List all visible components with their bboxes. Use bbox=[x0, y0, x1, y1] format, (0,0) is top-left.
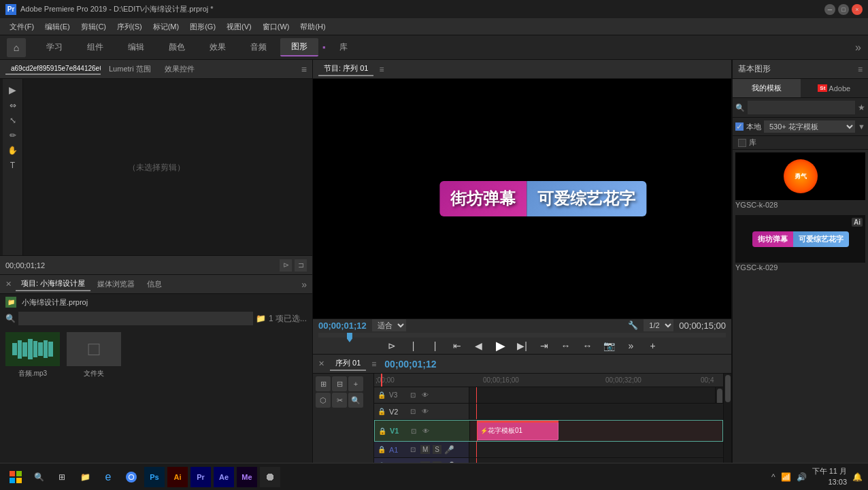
track-a1-mic[interactable]: 🎤 bbox=[444, 445, 454, 455]
tl-tool-razor[interactable]: ✂ bbox=[332, 393, 347, 408]
track-a1-toggle[interactable]: ⊡ bbox=[408, 445, 418, 455]
library-checkbox[interactable] bbox=[738, 139, 746, 147]
adobe-tab[interactable]: St Adobe bbox=[801, 79, 869, 97]
tl-tool-snap[interactable]: ⊞ bbox=[316, 376, 331, 391]
menu-marker[interactable]: 标记(M) bbox=[148, 20, 185, 33]
tool-resize[interactable]: ⤡ bbox=[10, 116, 16, 125]
new-bin-icon[interactable]: 📁 bbox=[256, 314, 266, 323]
notification-icon[interactable]: 🔔 bbox=[852, 472, 863, 482]
insert-btn[interactable]: ↔ bbox=[558, 338, 574, 354]
track-a1-solo[interactable]: S bbox=[433, 445, 441, 454]
search-taskbar-btn[interactable]: 🔍 bbox=[29, 467, 49, 487]
tab-effects[interactable]: 效果 bbox=[199, 39, 237, 56]
tl-tool-zoom[interactable]: 🔍 bbox=[348, 393, 363, 408]
start-button[interactable] bbox=[5, 467, 26, 487]
project-item-folder[interactable]: □ 文件夹 bbox=[67, 332, 121, 466]
tool-select[interactable]: ▶ bbox=[9, 84, 16, 95]
step-back-btn[interactable]: ◀ bbox=[471, 338, 487, 354]
track-v1-lock[interactable]: 🔒 bbox=[378, 426, 387, 436]
v3-scroll-thumb[interactable] bbox=[717, 389, 722, 403]
project-tab[interactable]: 项目: 小海绵设计屋 bbox=[16, 277, 90, 291]
track-v2-toggle[interactable]: ⊡ bbox=[408, 407, 418, 416]
add-marker-btn[interactable]: + bbox=[645, 338, 661, 354]
track-a1-lock[interactable]: 🔒 bbox=[377, 445, 386, 455]
illustrator-btn[interactable]: Ai bbox=[167, 467, 188, 487]
tab-edit[interactable]: 编辑 bbox=[117, 39, 155, 56]
sequence-tab-more[interactable]: ≡ bbox=[371, 359, 376, 369]
project-search-input[interactable] bbox=[18, 312, 253, 325]
chrome-btn[interactable] bbox=[121, 467, 141, 487]
export-frame-btn[interactable]: 📷 bbox=[601, 338, 618, 354]
tl-tool-add-track[interactable]: + bbox=[348, 376, 363, 391]
go-to-out-btn[interactable]: ⇥ bbox=[536, 338, 552, 354]
tool-paint[interactable]: ✏ bbox=[10, 131, 16, 140]
sequence-tab-close[interactable]: ✕ bbox=[5, 280, 12, 289]
track-a1-mute[interactable]: M bbox=[420, 445, 430, 454]
project-tab-more[interactable]: » bbox=[301, 279, 307, 290]
track-v2-eye[interactable]: 👁 bbox=[420, 407, 430, 416]
step-fwd-btn[interactable]: ▶| bbox=[514, 338, 531, 354]
source-tab-more[interactable]: ≡ bbox=[301, 64, 307, 75]
tool-move[interactable]: ✋ bbox=[7, 146, 18, 155]
source-tab-file[interactable]: a69cd2ef895915e7e844126e6870f442.png bbox=[5, 63, 101, 75]
template-category-dropdown[interactable]: 530+ 花字模板 bbox=[764, 120, 855, 133]
program-tab-more[interactable]: ≡ bbox=[379, 65, 384, 74]
mark-clip-btn[interactable]: | bbox=[427, 338, 444, 354]
taskbar-expand-icon[interactable]: ^ bbox=[771, 472, 775, 482]
network-icon[interactable]: 📶 bbox=[781, 472, 791, 482]
project-item-audio[interactable]: 0:15 音频.mp3 bbox=[5, 332, 60, 466]
timeline-close-btn[interactable]: ✕ bbox=[318, 359, 324, 368]
mark-in-btn[interactable]: ⊳ bbox=[384, 338, 400, 354]
edge-btn[interactable]: e bbox=[98, 467, 118, 487]
overwrite-btn[interactable]: ↔ bbox=[580, 338, 596, 354]
photoshop-btn[interactable]: Ps bbox=[144, 467, 165, 487]
timeline-scroll-thumb[interactable] bbox=[725, 375, 731, 402]
info-tab[interactable]: 信息 bbox=[141, 278, 167, 291]
minimize-button[interactable]: ─ bbox=[824, 4, 835, 15]
menu-file[interactable]: 文件(F) bbox=[4, 20, 39, 33]
track-v3-toggle[interactable]: ⊡ bbox=[408, 391, 418, 400]
nav-more-button[interactable]: » bbox=[855, 42, 861, 54]
sequence-tab[interactable]: 序列 01 bbox=[330, 357, 366, 371]
template-item-029[interactable]: 街坊弹幕 可爱综艺花字 Ai YGSC-k-029 bbox=[735, 215, 865, 272]
task-view-btn[interactable]: ⊞ bbox=[52, 467, 72, 487]
tl-tool-link[interactable]: ⊟ bbox=[332, 376, 347, 391]
track-v2-lock[interactable]: 🔒 bbox=[377, 407, 386, 416]
tab-graphics[interactable]: 图形 bbox=[280, 38, 318, 56]
media-browser-tab[interactable]: 媒体浏览器 bbox=[92, 278, 140, 291]
ctrl-more-btn[interactable]: » bbox=[623, 338, 639, 354]
menu-clip[interactable]: 剪辑(C) bbox=[76, 20, 112, 33]
tool-text[interactable]: T bbox=[10, 161, 15, 170]
tl-tool-extract[interactable]: ⬡ bbox=[316, 393, 331, 408]
premiere-taskbar-btn[interactable]: Pr bbox=[190, 467, 211, 487]
obs-btn[interactable]: ⏺ bbox=[260, 467, 280, 487]
dropdown-arrow-icon[interactable]: ▼ bbox=[858, 122, 865, 131]
menu-sequence[interactable]: 序列(S) bbox=[112, 20, 148, 33]
ratio-dropdown[interactable]: 1/2 bbox=[644, 319, 673, 331]
menu-help[interactable]: 帮助(H) bbox=[295, 20, 331, 33]
maximize-button[interactable]: □ bbox=[838, 4, 849, 15]
menu-graphics[interactable]: 图形(G) bbox=[184, 20, 221, 33]
wrench-icon[interactable]: 🔧 bbox=[628, 321, 638, 330]
close-button[interactable]: × bbox=[852, 4, 863, 15]
play-stop-btn[interactable]: ▶ bbox=[493, 338, 509, 354]
timeline-scrollbar[interactable] bbox=[723, 374, 731, 475]
favorites-icon[interactable]: ★ bbox=[858, 103, 865, 112]
menu-edit[interactable]: 编辑(E) bbox=[39, 20, 76, 33]
mark-out-btn[interactable]: | bbox=[405, 338, 422, 354]
track-v1-eye[interactable]: 👁 bbox=[421, 426, 431, 436]
window-controls[interactable]: ─ □ × bbox=[824, 4, 863, 15]
menu-window[interactable]: 窗口(W) bbox=[257, 20, 295, 33]
source-btn1[interactable]: ⊳ bbox=[280, 259, 292, 272]
tab-audio[interactable]: 音频 bbox=[239, 39, 278, 56]
program-tab[interactable]: 节目: 序列 01 bbox=[318, 62, 373, 76]
home-button[interactable]: ⌂ bbox=[7, 38, 26, 57]
media-encoder-btn[interactable]: Me bbox=[237, 467, 257, 487]
source-btn2[interactable]: ⊐ bbox=[295, 259, 307, 272]
tab-color[interactable]: 颜色 bbox=[158, 39, 196, 56]
tool-expand[interactable]: ⇔ bbox=[10, 101, 16, 110]
template-item-028[interactable]: 勇气 YGSC-k-028 bbox=[735, 152, 865, 210]
track-v3-eye[interactable]: 👁 bbox=[420, 391, 430, 400]
my-templates-tab[interactable]: 我的模板 bbox=[733, 79, 801, 97]
program-timeline-bar[interactable] bbox=[318, 333, 726, 338]
